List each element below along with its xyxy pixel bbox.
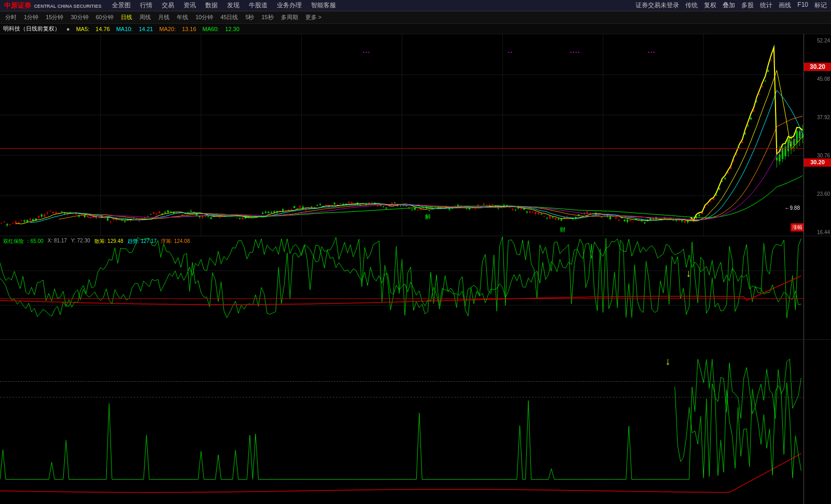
menu-items: 全景图 行情 交易 资讯 数据 发现 牛股道 业务办理 智能客服 [112, 1, 336, 10]
tf-multiperiod[interactable]: 多周期 [279, 13, 300, 22]
traditional-btn[interactable]: 传统 [685, 1, 698, 10]
tf-15min[interactable]: 15分钟 [44, 13, 65, 22]
indicator1-label: 双红保险 ：65.00 X: 81.17 Y: 72.30 散筹: 129.48… [3, 238, 190, 245]
ma10-label: MA10: [116, 26, 133, 32]
ma20-label: MA20: [159, 26, 176, 32]
ma60-label: MA60: [203, 26, 219, 32]
low-price-label: ←9.88 [785, 205, 800, 211]
yellow-arrow-1: ↓ [686, 267, 691, 279]
ma5-value: 14.76 [95, 26, 110, 32]
magenta-dots-1: • • • [363, 50, 370, 54]
tf-10min[interactable]: 10分钟 [193, 13, 215, 22]
menu-market[interactable]: 行情 [140, 1, 152, 10]
menu-business[interactable]: 业务办理 [277, 1, 302, 10]
tf-more[interactable]: 更多 > [303, 13, 323, 22]
menu-trade[interactable]: 交易 [162, 1, 174, 10]
tf-monthly[interactable]: 月线 [156, 13, 172, 22]
toolbar: 分时 1分钟 15分钟 30分钟 60分钟 日线 周线 月线 年线 10分钟 4… [0, 11, 831, 24]
price-canvas [0, 34, 831, 236]
price-chart[interactable]: 30.20 ←9.88 解 财 涨幅 • • • • • • • • • • •… [0, 34, 831, 236]
tf-30min[interactable]: 30分钟 [68, 13, 90, 22]
menu-data[interactable]: 数据 [205, 1, 218, 10]
price-red-hline [0, 148, 804, 149]
login-btn[interactable]: 证券交易未登录 [636, 1, 679, 10]
yellow-arrow-2: ↓ [665, 355, 670, 367]
menu-fullview[interactable]: 全景图 [112, 1, 131, 10]
multistock-btn[interactable]: 多股 [741, 1, 754, 10]
ma5-label: MA5: [76, 26, 90, 32]
indicator1-red-hline [0, 298, 804, 299]
ma10-value: 14.21 [139, 26, 153, 32]
tf-daily[interactable]: 日线 [119, 13, 134, 22]
chart-container: 30.20 ←9.88 解 财 涨幅 • • • • • • • • • • •… [0, 34, 831, 504]
mark-btn[interactable]: 标记 [814, 1, 827, 10]
current-price-tag: 30.20 [804, 63, 831, 71]
tf-fenshi[interactable]: 分时 [3, 13, 19, 22]
f10-btn[interactable]: F10 [797, 1, 808, 10]
indicator1-canvas [0, 236, 831, 340]
annotation-jie: 解 [425, 213, 431, 221]
info-bar: 明科技（日线前复权） ● MA5: 14.76 MA10: 14.21 MA20… [0, 24, 831, 34]
ma60-value: 12.30 [225, 26, 240, 32]
indicator1-chart[interactable]: 双红保险 ：65.00 X: 81.17 Y: 72.30 散筹: 129.48… [0, 236, 831, 340]
magenta-dots-4: • • • [648, 50, 655, 54]
zhanggui-tag: 涨幅 [791, 223, 804, 232]
logo: 中原证券 CENTRAL CHINA SECURITIES [4, 1, 102, 10]
cursor-line-price [804, 34, 804, 236]
cursor-line-ind1 [804, 236, 804, 339]
menu-ai[interactable]: 智能客服 [311, 1, 336, 10]
magenta-dots-2: • • [508, 50, 512, 54]
stats-btn[interactable]: 统计 [760, 1, 772, 10]
cursor-line-ind2 [804, 340, 804, 504]
menu-right: 证券交易未登录 传统 复权 叠加 多股 统计 画线 F10 标记 [636, 1, 827, 10]
menu-discover[interactable]: 发现 [227, 1, 240, 10]
ma20-value: 13.16 [182, 26, 196, 32]
tf-5s[interactable]: 5秒 [243, 13, 256, 22]
tf-15s[interactable]: 15秒 [260, 13, 276, 22]
tf-yearly[interactable]: 年线 [175, 13, 190, 22]
magenta-dots-3: • • • • [570, 50, 580, 54]
stock-name: 明科技（日线前复权） [3, 25, 60, 33]
overlay-btn[interactable]: 叠加 [723, 1, 735, 10]
top-menu-bar: 中原证券 CENTRAL CHINA SECURITIES 全景图 行情 交易 … [0, 0, 831, 11]
tf-weekly[interactable]: 周线 [137, 13, 153, 22]
tf-1min[interactable]: 1分钟 [22, 13, 40, 22]
tf-60min[interactable]: 60分钟 [94, 13, 116, 22]
menu-bullstock[interactable]: 牛股道 [249, 1, 267, 10]
fuquan-btn[interactable]: 复权 [704, 1, 716, 10]
indicator2-dashed-hline [0, 381, 804, 382]
menu-info[interactable]: 资讯 [184, 1, 196, 10]
indicator2-chart[interactable]: ↓ [0, 340, 831, 504]
indicator2-canvas [0, 340, 831, 504]
tf-45d[interactable]: 45日线 [218, 13, 240, 22]
draw-btn[interactable]: 画线 [779, 1, 791, 10]
annotation-cai: 财 [560, 226, 566, 234]
